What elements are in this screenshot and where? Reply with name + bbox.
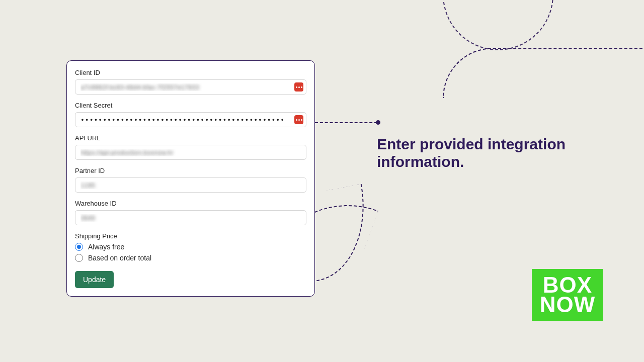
shipping-based-on-total-radio[interactable] [75,254,83,262]
client-secret-input[interactable] [75,112,306,127]
decoration-connector-dot [376,120,380,125]
warehouse-id-label: Warehouse ID [75,200,306,207]
api-url-label: API URL [75,134,306,142]
client-secret-label: Client Secret [75,102,306,109]
page-headline: Enter provided integration information. [377,136,568,170]
password-manager-icon[interactable] [294,115,303,124]
decoration-dashed-circle-top [443,0,553,50]
shipping-always-free-label: Always free [88,243,124,251]
client-id-label: Client ID [75,69,306,76]
client-id-input[interactable] [75,79,306,95]
boxnow-logo: BOX NOW [532,269,603,321]
decoration-dashed-curve [443,48,644,98]
partner-id-input[interactable] [75,177,306,193]
api-url-input[interactable] [75,145,306,160]
decoration-connector-line [315,122,377,123]
shipping-always-free-radio[interactable] [75,243,83,251]
integration-form-card: Client ID Client Secret API URL Partner … [66,60,315,297]
password-manager-icon[interactable] [294,82,303,92]
warehouse-id-input[interactable] [75,210,306,225]
shipping-price-label: Shipping Price [75,232,306,240]
partner-id-label: Partner ID [75,167,306,174]
logo-line-2: NOW [540,295,596,315]
update-button[interactable]: Update [75,271,114,288]
shipping-based-on-total-label: Based on order total [88,254,151,262]
